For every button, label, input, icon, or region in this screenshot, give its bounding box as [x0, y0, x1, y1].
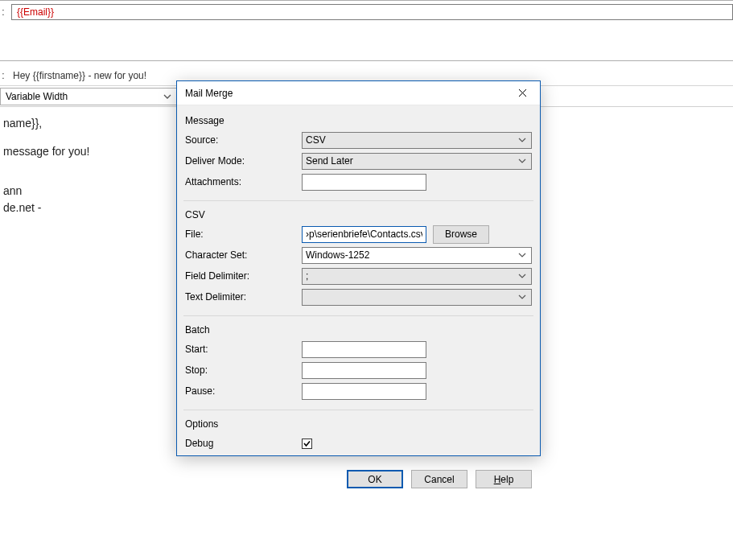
close-button[interactable] [504, 81, 540, 105]
group-message: Message Source: CSV Deliver Mode: Send L… [183, 110, 533, 201]
dialog-titlebar: Mail Merge [177, 81, 540, 105]
text-delimiter-select[interactable] [302, 289, 532, 306]
batch-start-label: Start: [185, 344, 302, 355]
deliver-mode-label: Deliver Mode: [185, 155, 302, 167]
to-row: : {{Email}} [0, 1, 733, 23]
dialog-body: Message Source: CSV Deliver Mode: Send L… [177, 105, 540, 455]
chevron-down-icon [517, 155, 528, 167]
file-input[interactable]: ›p\serienbriefe\Contacts.csv [302, 226, 426, 243]
source-value: CSV [306, 134, 326, 146]
batch-stop-input[interactable] [302, 362, 426, 379]
group-options: Options Debug [183, 414, 533, 462]
chevron-down-icon [517, 270, 528, 282]
field-delimiter-select[interactable]: ; [302, 268, 532, 285]
chevron-down-icon [162, 91, 173, 102]
chevron-down-icon [517, 249, 528, 261]
group-options-title: Options [185, 418, 532, 430]
browse-label: Browse [445, 229, 477, 240]
to-field[interactable]: {{Email}} [11, 4, 733, 20]
deliver-mode-select[interactable]: Send Later [302, 153, 532, 170]
chevron-down-icon [517, 291, 528, 303]
batch-stop-label: Stop: [185, 364, 302, 376]
charset-select[interactable]: Windows-1252 [302, 247, 532, 264]
charset-value: Windows-1252 [306, 249, 369, 261]
field-delimiter-value: ; [306, 270, 308, 282]
source-label: Source: [185, 134, 302, 146]
subject-colon: : [0, 70, 6, 81]
separator-2 [0, 60, 733, 61]
browse-button[interactable]: Browse [433, 225, 489, 244]
ok-label: OK [368, 474, 381, 485]
debug-checkbox[interactable] [302, 439, 312, 449]
cancel-label: Cancel [424, 474, 454, 485]
ok-button[interactable]: OK [347, 470, 403, 488]
group-csv: CSV File: ›p\serienbriefe\Contacts.csv B… [183, 204, 533, 316]
font-family-value: Variable Width [6, 91, 68, 102]
text-delimiter-label: Text Delimiter: [185, 291, 302, 303]
chevron-down-icon [517, 134, 528, 146]
charset-label: Character Set: [185, 249, 302, 261]
help-button[interactable]: Help [476, 470, 532, 488]
close-icon [518, 89, 527, 97]
help-label: Help [494, 474, 514, 485]
field-delimiter-label: Field Delimiter: [185, 270, 302, 282]
group-batch: Batch Start: Stop: Pause: [183, 319, 533, 410]
attachments-label: Attachments: [185, 176, 302, 187]
file-label: File: [185, 229, 302, 240]
group-message-title: Message [185, 115, 532, 126]
cancel-button[interactable]: Cancel [411, 470, 467, 488]
dialog-title: Mail Merge [185, 88, 233, 99]
font-family-select[interactable]: Variable Width [0, 88, 177, 105]
group-batch-title: Batch [185, 324, 532, 336]
checkmark-icon [303, 439, 311, 448]
attachments-input[interactable] [302, 174, 426, 191]
batch-pause-input[interactable] [302, 383, 426, 400]
batch-pause-label: Pause: [185, 385, 302, 397]
group-csv-title: CSV [185, 209, 532, 220]
to-placeholder: {{Email}} [17, 6, 54, 18]
file-value: ›p\serienbriefe\Contacts.csv [306, 229, 422, 240]
source-select[interactable]: CSV [302, 132, 532, 149]
deliver-mode-value: Send Later [306, 155, 353, 167]
to-row-colon: : [0, 6, 6, 18]
mail-merge-dialog: Mail Merge Message Source: CSV Deliver M… [176, 80, 541, 456]
debug-label: Debug [185, 438, 302, 449]
subject-text: Hey {{firstname}} - new for you! [13, 70, 146, 81]
batch-start-input[interactable] [302, 341, 426, 358]
dialog-button-row: OK Cancel Help [183, 465, 533, 490]
